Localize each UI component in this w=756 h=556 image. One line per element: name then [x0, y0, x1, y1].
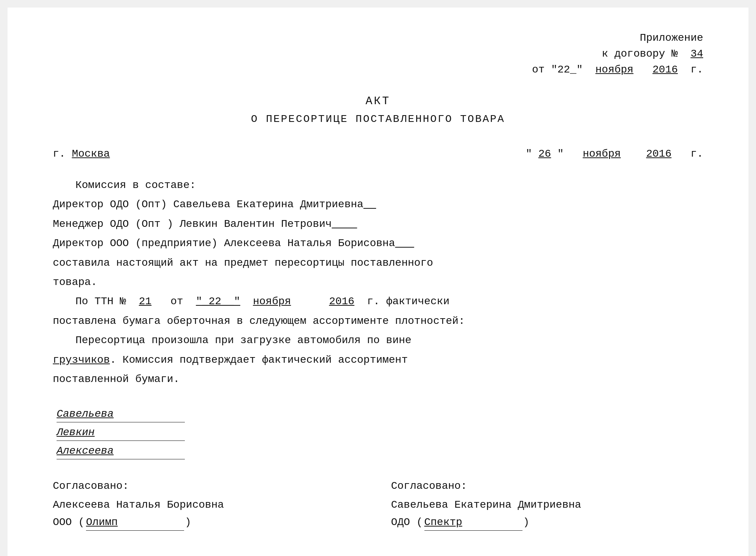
ttn-date: "_22__": [196, 296, 240, 307]
header-date-prefix: от "22_": [532, 64, 582, 75]
header-line3: от "22_" ноября 2016 г.: [53, 62, 703, 78]
approval-left-org-prefix: ООО (: [53, 514, 85, 530]
resort-cause: грузчиков: [53, 354, 110, 366]
commission-intro: Комиссия в составе:: [53, 177, 703, 193]
approval-left-org-suffix: ): [185, 514, 191, 530]
approval-left-org: ООО ( Олимп ): [53, 514, 365, 531]
member2-line: Менеджер ОДО (Опт ) Левкин Валентин Петр…: [53, 216, 703, 232]
header-month: ноября: [595, 64, 633, 75]
title-sub: О ПЕРЕСОРТИЦЕ ПОСТАВЛЕННОГО ТОВАРА: [53, 111, 703, 127]
date-suffix: г.: [690, 148, 703, 160]
approval-right-org: ОДО ( Спектр ): [391, 514, 703, 531]
document: Приложение к договору № 34 от "22_" нояб…: [8, 8, 748, 556]
resort-line3: поставленной бумаги.: [53, 371, 703, 387]
date-year: 2016: [646, 148, 671, 160]
header-contract-number: 34: [690, 48, 703, 60]
header-year: 2016: [653, 64, 678, 75]
document-title: АКТ О ПЕРЕСОРТИЦЕ ПОСТАВЛЕННОГО ТОВАРА: [53, 93, 703, 127]
ttn-line2: поставлена бумага оберточная в следующем…: [53, 313, 703, 329]
approval-right-title: Согласовано:: [391, 478, 703, 494]
approval-section: Согласовано: Алексеева Наталья Борисовна…: [53, 478, 703, 531]
sig3-name: Алексеева: [57, 443, 185, 459]
sig1-name: Савельева: [57, 406, 185, 422]
ttn-month: ноября: [253, 296, 291, 307]
sig2-name: Левкин: [57, 425, 185, 441]
approval-left-org-name: Олимп: [86, 514, 184, 531]
header-line1: Приложение: [53, 30, 703, 46]
compose-line2: товара.: [53, 274, 703, 290]
date-block: " 26 " ноября 2016 г.: [526, 146, 703, 162]
member1-line: Директор ОДО (Опт) Савельева Екатерина Д…: [53, 196, 703, 213]
ttn-number: 21: [139, 296, 152, 307]
document-header: Приложение к договору № 34 от "22_" нояб…: [53, 30, 703, 78]
location-date-row: г. Москва " 26 " ноября 2016 г.: [53, 146, 703, 162]
city-name: Москва: [72, 148, 110, 160]
title-main: АКТ: [53, 93, 703, 110]
date-day: 26: [538, 148, 551, 160]
approval-right-org-name: Спектр: [424, 514, 522, 531]
body-text: Комиссия в составе: Директор ОДО (Опт) С…: [53, 177, 703, 387]
sig-line-3: Алексеева: [53, 443, 703, 459]
sig-line-1: Савельева: [53, 406, 703, 422]
header-line2: к договору № 34: [53, 46, 703, 62]
header-contract-prefix: к договору №: [602, 48, 678, 60]
resort-line2: грузчиков. Комиссия подтверждает фактиче…: [53, 352, 703, 368]
ttn-year: 2016: [329, 296, 354, 307]
resort-line1: Пересортица произошла при загрузке автом…: [53, 332, 703, 348]
ttn-line1: По ТТН № 21 от "_22__" ноября 2016 г. фа…: [53, 293, 703, 310]
approval-right-org-suffix: ): [523, 514, 530, 530]
approval-left-name: Алексеева Наталья Борисовна: [53, 497, 365, 513]
signatures-section: Савельева Левкин Алексеева: [53, 406, 703, 459]
header-year-suffix: г.: [690, 64, 703, 75]
city-prefix: г.: [53, 148, 66, 160]
approval-right: Согласовано: Савельева Екатерина Дмитрие…: [391, 478, 703, 531]
member3-line: Директор ООО (предприятие) Алексеева Нат…: [53, 235, 703, 251]
compose-line1: составила настоящий акт на предмет перес…: [53, 255, 703, 271]
location-block: г. Москва: [53, 146, 110, 162]
approval-left-title: Согласовано:: [53, 478, 365, 494]
date-quote-open: ": [526, 148, 532, 160]
approval-right-name: Савельева Екатерина Дмитриевна: [391, 497, 703, 513]
approval-left: Согласовано: Алексеева Наталья Борисовна…: [53, 478, 365, 531]
date-quote-close: ": [557, 148, 564, 160]
date-month: ноября: [583, 148, 621, 160]
sig-line-2: Левкин: [53, 425, 703, 441]
approval-right-org-prefix: ОДО (: [391, 514, 423, 530]
